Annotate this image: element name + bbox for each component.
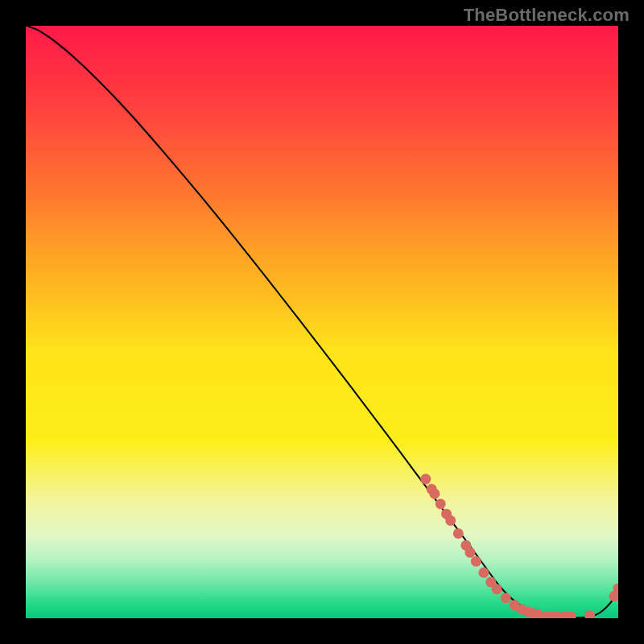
plot-svg — [26, 26, 618, 618]
curve-marker — [420, 474, 431, 485]
curve-marker — [465, 547, 476, 558]
chart-stage: TheBottleneck.com — [0, 0, 644, 644]
plot-area — [26, 26, 618, 618]
background-rect — [26, 26, 618, 618]
curve-marker — [471, 556, 481, 567]
curve-marker — [453, 528, 464, 539]
curve-marker — [445, 515, 456, 526]
curve-marker — [436, 498, 446, 509]
watermark-text: TheBottleneck.com — [464, 5, 630, 26]
curve-marker — [478, 568, 489, 578]
curve-marker — [429, 489, 440, 499]
curve-marker — [492, 584, 502, 594]
curve-marker — [501, 592, 511, 603]
